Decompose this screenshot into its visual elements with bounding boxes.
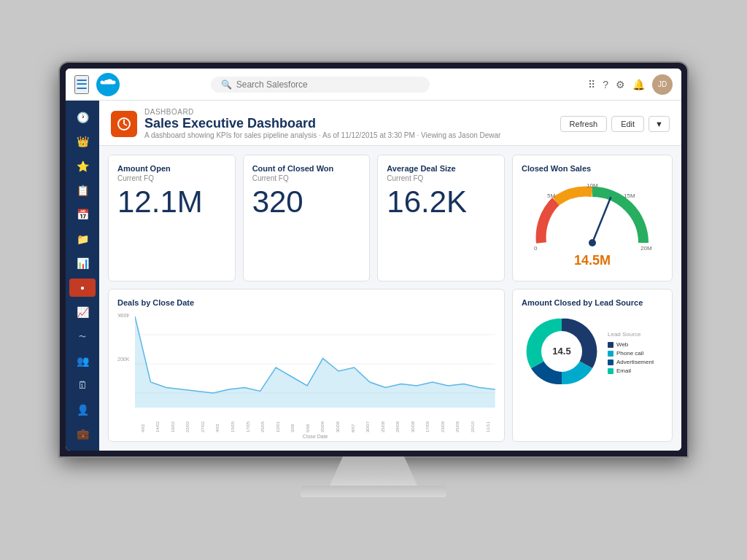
sidebar-item-favorites[interactable]: 👑 [69,132,96,150]
sidebar-item-contacts[interactable]: 👥 [69,351,96,370]
hamburger-button[interactable]: ☰ [74,75,89,94]
chart-area: 400K 200K [117,313,495,429]
edit-button[interactable]: Edit [611,116,644,132]
x-label: 25/09 [455,421,460,432]
x-label: 4/02 [141,421,145,432]
sidebar: 🕐 👑 ⭐ 📋 📅 📁 📊 ● 📈 〜 👥 🗓 👤 💼 [66,101,99,451]
help-icon[interactable]: ? [603,79,608,90]
nav-icons: ⠿ ? ⚙ 🔔 JD [588,74,673,95]
search-input[interactable] [236,79,419,90]
sidebar-item-highlights[interactable]: ⭐ [69,157,96,175]
metric-card-closed-won: Count of Closed Won Current FQ 320 [243,155,371,281]
search-bar[interactable]: 🔍 [211,77,430,93]
x-label: 3/06 [290,421,295,432]
legend-item-web: Web [608,341,654,348]
svg-text:14.5: 14.5 [552,346,570,357]
x-label: 23/09 [441,421,445,432]
gauge-svg: 0 5M 10M 15M 20M [527,177,658,250]
chart-title: Deals by Close Date [117,298,495,307]
chart-card: Deals by Close Date 400K 200K [108,289,505,443]
breadcrumb: DASHBOARD [144,108,500,116]
area-chart-svg [135,313,495,419]
metric-sublabel-1: Current FQ [252,174,361,182]
monitor-stand [330,456,417,486]
legend-title: Lead Source [608,331,654,338]
svg-line-1 [592,198,611,243]
sidebar-item-files[interactable]: 📁 [69,230,96,248]
svg-text:5M: 5M [547,192,555,199]
sidebar-item-users[interactable]: 👤 [69,400,96,419]
svg-text:0: 0 [534,245,538,250]
donut-svg-container: 14.5 [522,311,602,394]
chart-inner: 400K 200K [117,313,495,429]
legend-color-phone [608,351,614,357]
dashboard-header: DASHBOARD Sales Executive Dashboard A da… [99,101,681,146]
sidebar-item-wave[interactable]: 〜 [69,327,96,346]
legend-label-advertisement: Advertisement [616,359,654,365]
y-axis-label: 400K [117,313,129,318]
avatar[interactable]: JD [652,74,673,95]
legend-item-advertisement: Advertisement [608,359,654,365]
x-axis-title: Close Date [135,434,495,439]
sidebar-item-analytics[interactable]: 📈 [69,303,96,321]
svg-text:20M: 20M [640,245,652,250]
x-label: 5/06 [306,421,310,432]
notifications-icon[interactable]: 🔔 [632,79,645,90]
donut-title: Amount Closed by Lead Source [522,298,663,307]
content-area: DASHBOARD Sales Executive Dashboard A da… [99,101,681,451]
svg-point-2 [589,239,596,246]
x-label: 30/06 [336,421,340,432]
x-label: 20/10 [471,421,475,432]
metric-label-0: Amount Open [117,164,226,173]
x-label: 10/01 [276,421,280,432]
x-label: 22/02 [185,421,190,432]
legend-item-email: Email [608,368,654,374]
sidebar-item-dashboard[interactable]: ● [69,279,96,297]
sidebar-item-cases[interactable]: 💼 [69,424,96,443]
metric-value-0: 12.1M [117,187,226,217]
x-label: 30/07 [365,421,370,432]
x-label: 25/08 [381,421,385,432]
svg-text:15M: 15M [624,192,635,199]
sidebar-item-schedule[interactable]: 🗓 [69,376,96,394]
x-label: 20/06 [320,421,325,432]
dropdown-button[interactable]: ▼ [649,116,670,132]
metric-value-1: 320 [252,187,361,217]
sidebar-item-calendar[interactable]: 📅 [69,206,96,224]
dashboard-actions: Refresh Edit ▼ [560,116,670,132]
x-label: 28/08 [395,421,400,432]
sidebar-item-reports[interactable]: 📊 [69,254,96,273]
metric-value-2: 16.2K [387,187,495,217]
x-axis-labels: 4/02 14/02 19/02 22/02 27/02 4/03 15/05 … [135,421,495,432]
svg-text:10M: 10M [587,182,598,189]
monitor-base [301,486,446,497]
metric-label-1: Count of Closed Won [252,164,361,173]
gauge-value: 14.5M [574,253,611,268]
legend-label-email: Email [616,368,631,374]
x-label: 15/05 [231,421,235,432]
donut-content: 14.5 Lead Source Web [522,311,663,394]
refresh-button[interactable]: Refresh [560,116,608,132]
donut-svg: 14.5 [522,311,602,392]
dashboard-title-area: DASHBOARD Sales Executive Dashboard A da… [144,108,500,139]
gauge-title: Closed Won Sales [522,164,663,173]
donut-card: Amount Closed by Lead Source [512,289,673,443]
sidebar-item-recent[interactable]: 🕐 [69,108,96,126]
dashboard-subtitle: A dashboard showing KPIs for sales pipel… [144,131,500,139]
metric-sublabel-2: Current FQ [387,174,495,182]
legend: Lead Source Web Phone call [608,331,654,374]
apps-icon[interactable]: ⠿ [588,79,595,90]
x-label: 4/03 [215,421,220,432]
settings-icon[interactable]: ⚙ [616,79,625,90]
x-label: 27/02 [201,421,205,432]
legend-item-phone: Phone call [608,350,654,357]
dashboard-header-left: DASHBOARD Sales Executive Dashboard A da… [111,108,500,139]
x-label: 30/08 [411,421,415,432]
salesforce-logo [96,73,120,96]
sidebar-item-tasks[interactable]: 📋 [69,181,96,199]
legend-color-advertisement [608,359,614,365]
metric-sublabel-0: Current FQ [117,174,226,182]
dashboard-grid: Amount Open Current FQ 12.1M Count of Cl… [99,146,681,451]
main-layout: 🕐 👑 ⭐ 📋 📅 📁 📊 ● 📈 〜 👥 🗓 👤 💼 [66,101,681,451]
legend-color-email [608,368,614,374]
